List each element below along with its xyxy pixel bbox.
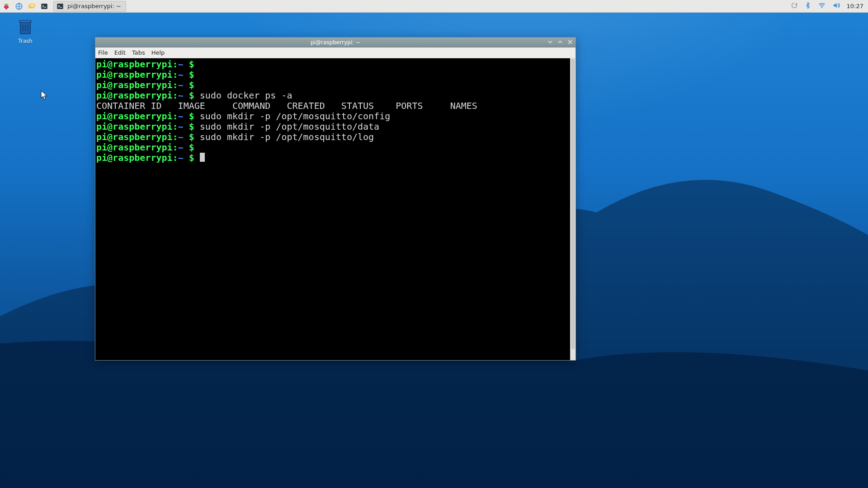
volume-icon[interactable]: [832, 1, 840, 11]
terminal-scrollbar[interactable]: [570, 58, 576, 360]
svg-rect-13: [19, 20, 31, 23]
terminal-icon: [56, 2, 65, 11]
terminal-line: pi@raspberrypi:~ $ sudo mkdir -p /opt/mo…: [96, 122, 569, 132]
web-browser-launcher[interactable]: [13, 0, 25, 13]
globe-icon: [15, 2, 23, 10]
svg-rect-10: [57, 4, 63, 9]
menu-edit[interactable]: Edit: [114, 49, 126, 56]
terminal-line: pi@raspberrypi:~ $: [96, 59, 569, 70]
folders-icon: [28, 2, 36, 10]
launcher-area: [0, 0, 51, 12]
taskbar-entry-label: pi@raspberrypi: ~: [67, 3, 121, 9]
taskbar-entry-terminal[interactable]: pi@raspberrypi: ~: [53, 1, 126, 12]
clock[interactable]: 10:27: [847, 3, 863, 9]
terminal-launcher[interactable]: [38, 0, 51, 13]
terminal-window: pi@raspberrypi: ~ File Edit Tabs Help pi…: [95, 37, 576, 361]
terminal-line: pi@raspberrypi:~ $: [96, 70, 569, 80]
scrollbar-thumb[interactable]: [571, 59, 575, 349]
raspberry-icon: [2, 2, 10, 10]
terminal-line: pi@raspberrypi:~ $ sudo mkdir -p /opt/mo…: [96, 132, 569, 142]
trash-icon: [15, 16, 35, 36]
window-close-button[interactable]: [566, 38, 574, 46]
system-tray: 10:27: [786, 1, 868, 11]
app-menu-button[interactable]: [0, 0, 13, 13]
file-manager-launcher[interactable]: [25, 0, 38, 13]
window-titlebar[interactable]: pi@raspberrypi: ~: [95, 38, 576, 47]
updates-icon[interactable]: [791, 2, 798, 10]
chevron-down-icon: [547, 39, 553, 45]
close-icon: [567, 39, 573, 45]
taskbar: pi@raspberrypi: ~ 10:27: [0, 0, 868, 13]
terminal-line: pi@raspberrypi:~ $ sudo mkdir -p /opt/mo…: [96, 111, 569, 122]
terminal-content[interactable]: pi@raspberrypi:~ $ pi@raspberrypi:~ $ pi…: [95, 58, 570, 360]
desktop-icon-trash[interactable]: Trash: [11, 16, 40, 44]
svg-rect-9: [41, 4, 47, 9]
terminal-line: pi@raspberrypi:~ $: [96, 153, 569, 163]
mouse-cursor: [41, 90, 48, 102]
bluetooth-icon[interactable]: [804, 2, 811, 10]
terminal-line: pi@raspberrypi:~ $: [96, 80, 569, 90]
wifi-icon[interactable]: [818, 1, 826, 11]
menu-help[interactable]: Help: [151, 49, 165, 56]
window-title: pi@raspberrypi: ~: [311, 39, 360, 46]
svg-rect-8: [30, 4, 35, 7]
terminal-line: pi@raspberrypi:~ $ sudo docker ps -a: [96, 90, 569, 101]
chevron-up-icon: [557, 39, 563, 45]
window-menubar: File Edit Tabs Help: [95, 47, 576, 58]
terminal-icon: [40, 2, 48, 10]
menu-file[interactable]: File: [98, 49, 108, 56]
terminal-line: pi@raspberrypi:~ $: [96, 142, 569, 153]
window-minimize-button[interactable]: [547, 38, 554, 46]
desktop-icon-label: Trash: [11, 38, 40, 44]
terminal-line: CONTAINER ID IMAGE COMMAND CREATED STATU…: [96, 101, 569, 111]
menu-tabs[interactable]: Tabs: [132, 49, 145, 56]
window-maximize-button[interactable]: [557, 38, 564, 46]
svg-point-5: [5, 7, 8, 9]
desktop-background[interactable]: pi@raspberrypi: ~ 10:27 Trash: [0, 0, 868, 488]
svg-point-4: [5, 5, 8, 7]
svg-point-11: [821, 7, 822, 8]
terminal-cursor: [200, 153, 205, 162]
taskbar-tasks: pi@raspberrypi: ~: [52, 0, 126, 12]
